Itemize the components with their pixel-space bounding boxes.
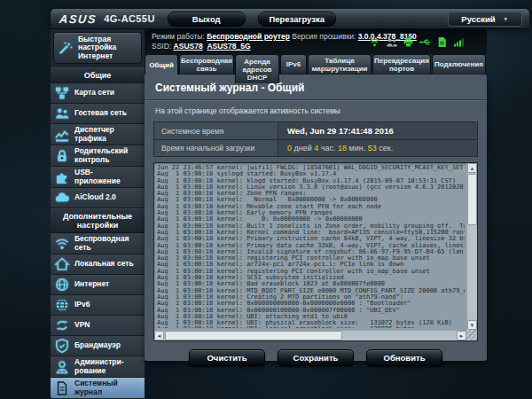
sidebar-item-label: USB-приложение (74, 168, 138, 185)
scroll-down-icon[interactable]: ▼ (467, 320, 477, 330)
sidebar-item-internet[interactable]: Интернет (51, 275, 145, 295)
save-button[interactable]: Сохранить (278, 349, 354, 366)
system-log-text[interactable]: Jun 22 23:46:57 kernel: [wifi1] FWLOG: [… (157, 165, 465, 328)
tab-routing-table[interactable]: Таблица маршрутизации (308, 54, 372, 74)
sidebar-item-guest-network[interactable]: Гостевая сеть (51, 104, 145, 124)
tab-wireless-log[interactable]: Беспроводная связь (179, 54, 234, 74)
chevron-down-icon: ▼ (503, 16, 509, 22)
table-row: Время начальной загрузки 0 дней 4 час. 1… (154, 140, 478, 157)
administration-icon (54, 359, 70, 375)
tab-ipv6[interactable]: IPv6 (280, 54, 307, 74)
mode-link[interactable]: Беспроводной роутер (207, 32, 290, 41)
table-row: Системное время Wed, Jun 29 17:41:48 201… (154, 122, 478, 140)
sidebar-item-lan[interactable]: Локальная сеть (51, 254, 145, 275)
sidebar-item-parental-control[interactable]: Родительский контроль (51, 145, 145, 167)
sidebar-item-administration[interactable]: Администри-рование (51, 356, 145, 378)
traffic-manager-icon (54, 127, 70, 143)
horizontal-scrollbar[interactable]: ◄ ► (154, 330, 466, 340)
uptime-days-unit: дней (294, 144, 312, 153)
sidebar-item-network-map[interactable]: Карта сети (51, 83, 145, 104)
router-admin-window: ASUS 4G-AC55U Выход Перезагрузка Русский… (51, 9, 529, 399)
wifi-status-icon[interactable] (369, 36, 380, 48)
language-label: Русский (461, 14, 495, 24)
sidebar-item-system-log[interactable]: Системный журнал (51, 378, 145, 399)
network-map-icon (54, 85, 70, 101)
ssid-24-link[interactable]: ASUS78 (174, 42, 203, 51)
sidebar-item-label: Системный журнал (74, 379, 138, 396)
clear-button[interactable]: Очистить (189, 349, 265, 366)
refresh-button[interactable]: Обновить (366, 349, 442, 366)
tab-dhcp-leases[interactable]: Аренда адресов DHCP (235, 54, 279, 83)
scroll-left-icon[interactable]: ◄ (154, 331, 164, 340)
firewall-icon (54, 338, 70, 354)
uptime-hours-unit: час. (321, 144, 336, 153)
language-selector[interactable]: Русский ▼ (448, 12, 522, 27)
main-area: Режим работы: Беспроводной роутер Версия… (145, 29, 529, 399)
clients-status-icon[interactable] (386, 36, 397, 48)
sidebar-item-label: AiCloud 2.0 (74, 193, 138, 202)
system-time-label: Системное время (154, 122, 278, 140)
sidebar-item-ipv6[interactable]: IPv6 (51, 295, 145, 316)
internet-icon (54, 277, 70, 293)
sim-status-icon[interactable] (436, 36, 448, 48)
uptime-seconds-unit: сек. (379, 144, 393, 153)
sidebar-item-label: Интернет (74, 280, 138, 289)
sidebar-item-label: Брандмауэр (74, 341, 138, 350)
uptime-minutes-unit: мин. (349, 144, 366, 153)
sidebar-item-quick-setup[interactable]: Быстрая настройка Интернет (53, 32, 142, 64)
aicloud-icon (54, 190, 70, 206)
sidebar-item-label: Гостевая сеть (74, 109, 138, 118)
sidebar-item-label: Диспетчер трафика (74, 126, 138, 143)
action-buttons: Очистить Сохранить Обновить (145, 349, 487, 366)
vertical-scrollbar[interactable]: ▲ ▼ (466, 163, 477, 330)
top-header-bar: ASUS 4G-AC55U Выход Перезагрузка Русский… (51, 9, 529, 29)
desktop: { "colors": { "accent": "#6fd0f2", "stat… (0, 0, 532, 399)
usb-application-icon (54, 169, 70, 185)
signal-status-icon[interactable] (453, 36, 466, 48)
sidebar-item-usb-application[interactable]: USB-приложение (51, 167, 145, 188)
sidebar-item-traffic-manager[interactable]: Диспетчер трафика (51, 124, 145, 145)
page-title: Системный журнал - Общий (145, 74, 487, 99)
system-info-table: Системное время Wed, Jun 29 17:41:48 201… (153, 121, 478, 157)
asus-logo: ASUS (59, 12, 98, 26)
sidebar-item-wireless[interactable]: Беспроводная сеть (51, 233, 145, 254)
system-log-icon (54, 380, 70, 396)
ipv6-icon (54, 297, 70, 313)
lan-icon (54, 256, 70, 272)
content-panel: Системный журнал - Общий На этой страниц… (145, 74, 487, 361)
sidebar-item-aicloud[interactable]: AiCloud 2.0 (51, 188, 145, 208)
resize-grip[interactable] (466, 330, 477, 340)
tab-connections[interactable]: Подключения (432, 54, 486, 74)
scroll-right-icon[interactable]: ► (457, 331, 466, 340)
sidebar-item-label: Администри-рование (74, 358, 138, 375)
system-time-value: Wed, Jun 29 17:41:48 2016 (278, 122, 478, 140)
quick-setup-label: Быстрая настройка Интернет (78, 35, 137, 61)
sidebar-section-general: Общие (51, 67, 145, 83)
logout-button[interactable]: Выход (168, 12, 246, 27)
vertical-scroll-thumb[interactable] (467, 174, 477, 225)
sidebar-item-vpn[interactable]: VPN (51, 316, 145, 336)
tab-general[interactable]: Общий (145, 54, 178, 74)
firmware-label: Версия прошивки: (292, 32, 356, 41)
horizontal-scroll-thumb[interactable] (165, 331, 342, 340)
sidebar-item-label: Карта сети (74, 89, 138, 98)
uptime-hours: 4 (314, 144, 318, 153)
model-name: 4G-AC55U (104, 13, 155, 24)
scroll-up-icon[interactable]: ▲ (467, 163, 477, 173)
tab-port-forwarding[interactable]: Переадресация портов (372, 54, 431, 74)
printer-status-icon[interactable] (403, 36, 414, 48)
uptime-seconds: 53 (368, 144, 377, 153)
sidebar-item-label: Беспроводная сеть (74, 235, 138, 252)
sidebar-item-label: IPv6 (74, 301, 138, 309)
uptime-label: Время начальной загрузки (154, 140, 278, 157)
sidebar-item-label: Локальная сеть (74, 260, 138, 269)
system-log-area[interactable]: Jun 22 23:46:57 kernel: [wifi1] FWLOG: [… (153, 162, 478, 341)
sidebar-item-firewall[interactable]: Брандмауэр (51, 336, 145, 356)
usb-status-icon[interactable] (419, 36, 431, 48)
reboot-button[interactable]: Перезагрузка (258, 12, 336, 27)
guest-network-icon (54, 106, 70, 121)
uptime-days: 0 (287, 144, 292, 153)
ssid-5-link[interactable]: ASUS78_5G (207, 42, 250, 51)
page-description: На этой странице отображается активность… (145, 101, 487, 119)
magic-wand-icon (58, 40, 74, 56)
